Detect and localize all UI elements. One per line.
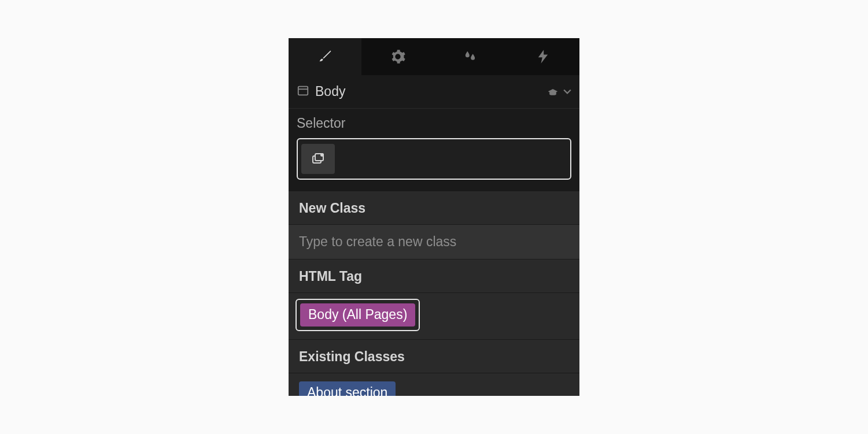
existing-class-option[interactable]: About section [289,373,579,396]
selector-label: Selector [297,116,571,131]
graduation-icon [547,88,559,96]
tab-interactions[interactable] [434,38,507,75]
svg-point-4 [320,153,324,157]
style-panel: Body Selector New Class Type to crea [289,38,579,396]
existing-class-pill: About section [299,381,396,396]
inheritance-dropdown[interactable] [547,88,571,96]
group-header-existing-classes: Existing Classes [289,340,579,373]
paintbrush-icon [317,49,333,65]
droplets-icon [462,49,478,65]
new-class-hint: Type to create a new class [289,225,579,259]
class-tag-icon [311,152,325,166]
selector-section: Selector [289,109,579,188]
html-tag-option[interactable]: Body (All Pages) [289,293,579,340]
selector-input-container[interactable] [297,138,571,180]
selector-input[interactable] [335,153,567,166]
gear-icon [390,49,406,65]
group-header-html-tag: HTML Tag [289,259,579,293]
panel-tabs [289,38,579,75]
tab-style[interactable] [289,38,361,75]
chevron-down-icon [563,89,571,95]
tab-settings[interactable] [361,38,434,75]
selector-type-button[interactable] [301,144,335,174]
selected-element-label: Body [315,84,547,99]
html-tag-pill: Body (All Pages) [300,303,415,327]
page-icon [297,84,309,99]
svg-rect-0 [298,86,308,95]
group-header-new-class: New Class [289,191,579,225]
bolt-icon [535,49,551,65]
selector-dropdown: New Class Type to create a new class HTM… [289,191,579,396]
tab-effects[interactable] [507,38,579,75]
selected-element-row[interactable]: Body [289,75,579,109]
